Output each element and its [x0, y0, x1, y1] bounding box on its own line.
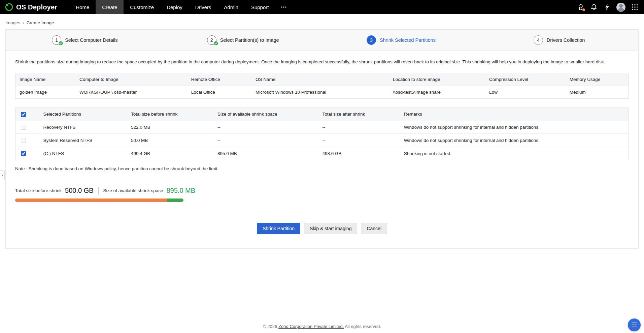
- col-available-shrink-space: Size of available shrink space: [213, 108, 318, 121]
- size-summary: Total size before shrink 500.0 GB Size o…: [15, 187, 629, 194]
- cell-remarks: Windows do not support shrinking for int…: [400, 121, 629, 134]
- notification-dot: [582, 8, 585, 11]
- apps-grid-icon[interactable]: [631, 3, 639, 11]
- shrink-partition-button[interactable]: Shrink Partition: [257, 223, 300, 234]
- image-table-row: golden image WORKGROUP \ osd-master Loca…: [15, 86, 629, 98]
- cell-location: \\osd-test5\Image share: [389, 86, 485, 98]
- col-total-before-shrink: Total size before shrink: [127, 108, 213, 121]
- step-2-label: Select Partition(s) to Image: [220, 37, 279, 43]
- step-3-indicator: 3: [367, 35, 376, 45]
- partition-checkbox-c-drive[interactable]: [21, 151, 26, 156]
- app-logo[interactable]: OS Deployer: [5, 0, 57, 14]
- cell-available-space: 895.0 MB: [213, 147, 318, 160]
- col-total-after-shrink: Total size after shrink: [318, 108, 400, 121]
- wizard-stepper: 1 Select Computer Details 2 Select Parti…: [6, 30, 638, 51]
- step-4-indicator: 4: [534, 35, 543, 45]
- col-location: Location to store image: [389, 73, 485, 86]
- shrink-description: Shrink the partitions size during imagin…: [6, 51, 638, 71]
- main-nav: Home Create Customize Deploy Drivers Adm…: [69, 0, 293, 14]
- step-3-label: Shrink Selected Partitions: [380, 37, 436, 43]
- step-shrink-partitions[interactable]: 3 Shrink Selected Partitions: [322, 35, 480, 45]
- shrink-size-bar: [15, 199, 183, 202]
- partition-row-system-reserved: System Reserved NTFS 50.0 MB -- -- Windo…: [15, 134, 629, 147]
- cell-before-shrink: 522.0 MB: [127, 121, 213, 134]
- rewards-badge-icon[interactable]: [577, 3, 584, 11]
- quick-actions-lightning-icon[interactable]: [603, 3, 611, 11]
- nav-admin[interactable]: Admin: [217, 0, 245, 14]
- step-4-label: Drivers Collection: [547, 37, 585, 43]
- col-remote-office: Remote Office: [187, 73, 251, 86]
- col-image-name: Image Name: [15, 73, 76, 86]
- zoho-corporation-link[interactable]: Zoho Corporation Private Limited.: [278, 324, 344, 329]
- breadcrumb-separator-icon: ›: [23, 20, 24, 25]
- nav-drivers[interactable]: Drivers: [189, 0, 218, 14]
- cell-available-space: --: [213, 121, 318, 134]
- skip-start-imaging-button[interactable]: Skip & start imaging: [304, 223, 358, 234]
- cell-before-shrink: 499.4 GB: [127, 147, 213, 160]
- cell-after-shrink: --: [318, 134, 400, 147]
- step-select-partitions[interactable]: 2 Select Partition(s) to Image: [164, 35, 322, 45]
- copyright-suffix: All rights reserved.: [345, 324, 381, 329]
- create-image-wizard-card: 1 Select Computer Details 2 Select Parti…: [5, 29, 639, 249]
- cell-after-shrink: --: [318, 121, 400, 134]
- floating-menu-button[interactable]: [628, 319, 641, 331]
- bar-used-segment: [15, 199, 167, 202]
- breadcrumb-current: Create Image: [27, 20, 54, 25]
- step-complete-check-icon: [58, 41, 63, 46]
- image-table-header-row: Image Name Computer to Image Remote Offi…: [15, 73, 629, 86]
- col-remarks: Remarks: [400, 108, 629, 121]
- hamburger-icon: [632, 323, 637, 323]
- topbar-actions: [577, 0, 644, 14]
- image-summary-table: Image Name Computer to Image Remote Offi…: [15, 73, 629, 99]
- nav-create[interactable]: Create: [96, 0, 124, 14]
- partition-table: Selected Partitions Total size before sh…: [15, 108, 629, 160]
- user-avatar[interactable]: [616, 3, 625, 12]
- nav-deploy[interactable]: Deploy: [160, 0, 189, 14]
- cell-partition-name: (C:) NTFS: [39, 147, 127, 160]
- breadcrumb: Images › Create Image: [0, 14, 644, 29]
- bar-available-segment: [167, 199, 183, 202]
- cell-computer: WORKGROUP \ osd-master: [75, 86, 187, 98]
- sidebar-expand-toggle[interactable]: ›: [0, 170, 5, 180]
- col-compression-level: Compression Level: [485, 73, 566, 86]
- footer: © 2026 Zoho Corporation Private Limited.…: [0, 324, 644, 329]
- breadcrumb-images-link[interactable]: Images: [5, 20, 20, 25]
- partition-checkbox-recovery: [21, 125, 26, 130]
- nav-support[interactable]: Support: [245, 0, 275, 14]
- partition-row-recovery: Recovery NTFS 522.0 MB -- -- Windows do …: [15, 121, 629, 134]
- topbar: OS Deployer Home Create Customize Deploy…: [0, 0, 644, 14]
- cell-available-space: --: [213, 134, 318, 147]
- cell-remarks: Shrinking is not started: [400, 147, 629, 160]
- nav-home[interactable]: Home: [69, 0, 96, 14]
- col-os-name: OS Name: [251, 73, 389, 86]
- step-drivers-collection: 4 Drivers Collection: [480, 35, 638, 45]
- os-deployer-logo-icon: [5, 3, 13, 11]
- nav-more-button[interactable]: [275, 0, 293, 14]
- nav-customize[interactable]: Customize: [124, 0, 160, 14]
- action-buttons: Shrink Partition Skip & start imaging Ca…: [6, 223, 638, 234]
- step-2-indicator: 2: [207, 35, 216, 45]
- ellipsis-icon: [280, 4, 287, 10]
- notifications-bell-icon[interactable]: [590, 3, 598, 11]
- total-before-shrink-value: 500.0 GB: [65, 187, 94, 194]
- step-1-indicator: 1: [52, 35, 61, 45]
- available-shrink-space-value: 895.0 MB: [166, 187, 195, 194]
- total-before-shrink-label: Total size before shrink: [15, 188, 62, 193]
- summary-divider: [98, 187, 99, 194]
- step-select-computer-details[interactable]: 1 Select Computer Details: [6, 35, 164, 45]
- cancel-button[interactable]: Cancel: [361, 223, 387, 234]
- cell-before-shrink: 50.0 MB: [127, 134, 213, 147]
- cell-after-shrink: 498.6 GB: [318, 147, 400, 160]
- available-shrink-space-label: Size of available shrink space: [103, 188, 163, 193]
- shrink-policy-note: Note : Shrinking is done based on Window…: [15, 166, 629, 171]
- cell-remote-office: Local Office: [187, 86, 251, 98]
- cell-partition-name: System Reserved NTFS: [39, 134, 127, 147]
- step-1-label: Select Computer Details: [65, 37, 117, 43]
- col-computer-to-image: Computer to Image: [75, 73, 187, 86]
- cell-os-name: Microsoft Windows 10 Professional: [251, 86, 389, 98]
- select-all-partitions-checkbox[interactable]: [21, 112, 26, 117]
- cell-memory: Medium: [566, 86, 629, 98]
- partition-row-c-drive: (C:) NTFS 499.4 GB 895.0 MB 498.6 GB Shr…: [15, 147, 629, 160]
- chevron-right-icon: ›: [2, 173, 3, 178]
- cell-partition-name: Recovery NTFS: [39, 121, 127, 134]
